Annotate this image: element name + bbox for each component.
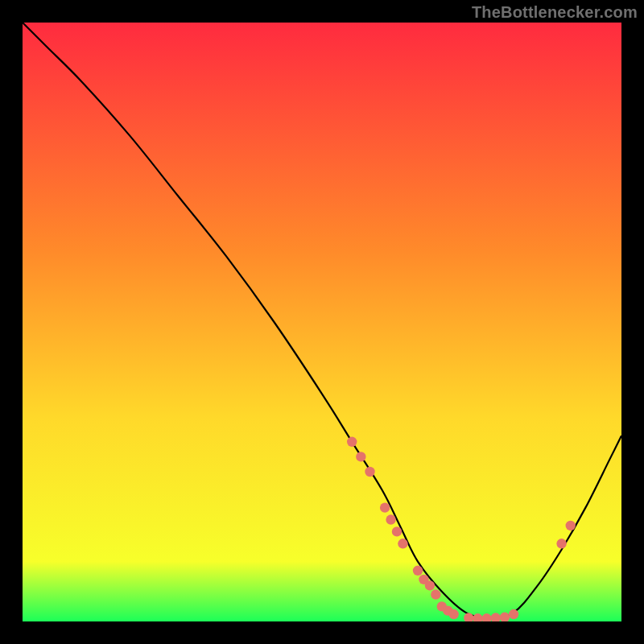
- curve-marker-dot: [491, 613, 501, 622]
- curve-marker-dot: [448, 609, 458, 619]
- plot-background: [23, 23, 621, 621]
- curve-marker-dot: [473, 613, 482, 623]
- curve-marker-dot: [566, 521, 576, 530]
- curve-marker-dot: [347, 437, 357, 447]
- curve-marker-dot: [464, 613, 473, 622]
- curve-marker-dot: [431, 589, 440, 599]
- curve-marker-dot: [386, 514, 395, 524]
- curve-marker-dot: [392, 526, 402, 536]
- curve-marker-dot: [509, 609, 518, 619]
- attribution-text: TheBottlenecker.com: [472, 3, 638, 22]
- curve-marker-dot: [425, 580, 435, 590]
- curve-marker-dot: [413, 566, 423, 576]
- curve-marker-dot: [500, 613, 510, 622]
- bottleneck-chart: [0, 0, 644, 644]
- curve-marker-dot: [556, 539, 566, 548]
- curve-marker-dot: [380, 502, 390, 512]
- curve-marker-dot: [356, 452, 365, 461]
- curve-marker-dot: [365, 467, 374, 477]
- chart-stage: TheBottlenecker.com: [0, 0, 644, 644]
- curve-marker-dot: [398, 539, 407, 548]
- curve-marker-dot: [481, 613, 491, 623]
